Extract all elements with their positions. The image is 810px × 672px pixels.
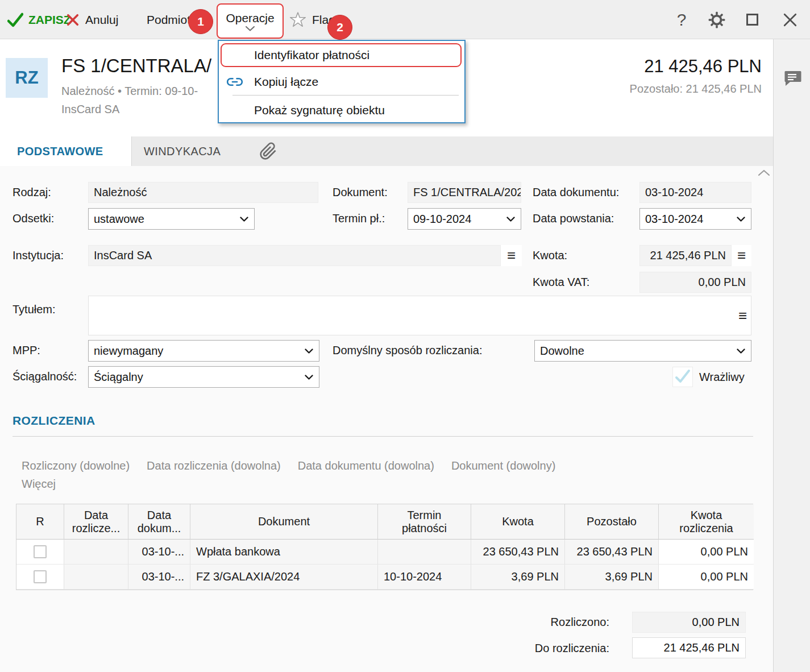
instytucja-menu-icon[interactable]: ≡ bbox=[501, 245, 522, 266]
menu-item-pokaz-sygnature[interactable]: Pokaż sygnaturę obiektu bbox=[219, 99, 464, 122]
table-row-1-pozostalo: 23 650,43 PLN bbox=[565, 540, 659, 565]
rozliczono-label: Rozliczono: bbox=[462, 616, 609, 629]
wrazliwy-label: Wrażliwy bbox=[699, 367, 745, 388]
instytucja-field: InsCard SA bbox=[88, 245, 501, 266]
entity-button[interactable]: Podmiot bbox=[147, 0, 190, 39]
do-rozliczenia-label: Do rozliczenia: bbox=[462, 642, 609, 655]
row-checkbox[interactable] bbox=[34, 545, 47, 558]
table-row-1-kwota-rozliczenia[interactable]: 0,00 PLN bbox=[659, 540, 754, 565]
filter-dokument[interactable]: Dokument (dowolny) bbox=[451, 459, 555, 472]
data-dokumentu-field: 03-10-2024 bbox=[639, 182, 751, 203]
gear-icon[interactable] bbox=[707, 0, 726, 39]
scrollbar-up-icon[interactable] bbox=[758, 169, 770, 176]
row-checkbox[interactable] bbox=[34, 570, 47, 583]
menu-divider bbox=[232, 95, 459, 96]
col-header-data-rozliczenia[interactable]: Data rozlicze... bbox=[64, 504, 128, 540]
tab-windykacja[interactable]: WINDYKACJA bbox=[144, 136, 221, 166]
table-row-2-kwota-rozliczenia[interactable]: 0,00 PLN bbox=[659, 565, 754, 590]
data-dokumentu-label: Data dokumentu: bbox=[533, 182, 619, 203]
settlements-table: R Data rozlicze... Data dokum... Dokumen… bbox=[16, 504, 753, 590]
toolbar: ZAPISZ Anuluj Podmiot Flaga ? bbox=[0, 0, 810, 39]
cancel-button[interactable]: Anuluj bbox=[85, 0, 118, 39]
col-header-kwota-rozliczenia[interactable]: Kwota rozliczenia bbox=[659, 504, 754, 540]
table-row-2-termin: 10-10-2024 bbox=[378, 565, 471, 590]
chevron-down-icon bbox=[240, 217, 248, 222]
rozliczono-field: 0,00 PLN bbox=[632, 612, 746, 633]
odsetki-label: Odsetki: bbox=[13, 208, 54, 229]
data-powstania-label: Data powstania: bbox=[533, 208, 614, 229]
dokument-label: Dokument: bbox=[333, 182, 388, 203]
comments-icon[interactable] bbox=[783, 69, 803, 88]
star-icon[interactable] bbox=[289, 0, 307, 39]
rodzaj-label: Rodzaj: bbox=[13, 182, 51, 203]
rozliczenia-heading: ROZLICZENIA bbox=[13, 414, 95, 428]
header-amount: 21 425,46 PLN bbox=[477, 56, 762, 77]
table-row-1-kwota: 23 650,43 PLN bbox=[471, 540, 565, 565]
cancel-x-icon[interactable] bbox=[66, 0, 80, 39]
close-icon[interactable] bbox=[782, 0, 798, 39]
tytulem-textarea[interactable] bbox=[88, 296, 751, 335]
chevron-down-icon bbox=[246, 26, 255, 31]
table-row-2-kwota: 3,69 PLN bbox=[471, 565, 565, 590]
settlements-filters: Rozliczony (dowolne) Data rozliczenia (d… bbox=[22, 459, 555, 472]
table-row-2-data-dokumentu: 03-10-... bbox=[128, 565, 190, 590]
col-header-data-dokumentu[interactable]: Data dokum... bbox=[128, 504, 190, 540]
save-check-icon[interactable] bbox=[7, 0, 23, 39]
annotation-step-2: 2 bbox=[327, 15, 352, 40]
section-divider bbox=[13, 436, 753, 437]
rodzaj-field: Należność bbox=[88, 182, 318, 203]
termin-label: Termin pł.: bbox=[333, 208, 385, 229]
odsetki-select[interactable]: ustawowe bbox=[88, 208, 255, 230]
sposob-rozliczania-select[interactable]: Dowolne bbox=[534, 340, 751, 362]
termin-select[interactable]: 09-10-2024 bbox=[408, 208, 521, 230]
col-header-termin[interactable]: Termin płatności bbox=[378, 504, 471, 540]
col-header-pozostalo[interactable]: Pozostało bbox=[565, 504, 659, 540]
operations-button[interactable]: Operacje bbox=[217, 3, 284, 39]
col-header-r[interactable]: R bbox=[16, 504, 64, 540]
table-row-2-pozostalo: 3,69 PLN bbox=[565, 565, 659, 590]
chevron-down-icon bbox=[305, 375, 313, 380]
payment-document-window: ZAPISZ Anuluj Podmiot Flaga ? bbox=[0, 0, 810, 672]
col-header-kwota[interactable]: Kwota bbox=[471, 504, 565, 540]
tab-bar: PODSTAWOWE WINDYKACJA bbox=[0, 136, 773, 166]
chevron-down-icon bbox=[737, 217, 745, 222]
kwota-menu-icon[interactable]: ≡ bbox=[732, 245, 751, 266]
table-row-1-data-rozliczenia bbox=[64, 540, 128, 565]
document-type-badge: RZ bbox=[6, 58, 48, 98]
tytulem-label: Tytułem: bbox=[13, 299, 56, 320]
instytucja-label: Instytucja: bbox=[13, 245, 64, 266]
wrazliwy-checkbox[interactable] bbox=[672, 367, 693, 387]
sciagalnosc-select[interactable]: Ściągalny bbox=[88, 366, 319, 388]
kwota-label: Kwota: bbox=[533, 245, 567, 266]
filter-rozliczony[interactable]: Rozliczony (dowolne) bbox=[22, 459, 130, 472]
table-row-2-checkbox-cell[interactable] bbox=[16, 565, 64, 590]
sciagalnosc-label: Ściągalność: bbox=[13, 366, 77, 387]
table-row-1-termin bbox=[378, 540, 471, 565]
mpp-select[interactable]: niewymagany bbox=[88, 340, 319, 362]
col-header-dokument[interactable]: Dokument bbox=[190, 504, 378, 540]
tytulem-menu-icon[interactable]: ≡ bbox=[732, 305, 753, 326]
attachments-paperclip-icon[interactable] bbox=[259, 142, 277, 160]
save-button[interactable]: ZAPISZ bbox=[28, 0, 71, 39]
chevron-down-icon bbox=[305, 349, 313, 354]
filter-more[interactable]: Więcej bbox=[22, 478, 56, 491]
right-sidebar bbox=[773, 39, 810, 672]
table-row-1-checkbox-cell[interactable] bbox=[16, 540, 64, 565]
maximize-icon[interactable] bbox=[745, 0, 759, 39]
mpp-label: MPP: bbox=[13, 340, 40, 361]
document-subtitle: Należność • Termin: 09-10- bbox=[61, 85, 198, 98]
data-powstania-select[interactable]: 03-10-2024 bbox=[639, 208, 751, 230]
filter-data-rozliczenia[interactable]: Data rozliczenia (dowolna) bbox=[147, 459, 281, 472]
filter-data-dokumentu[interactable]: Data dokumentu (dowolna) bbox=[298, 459, 434, 472]
help-icon[interactable]: ? bbox=[673, 0, 690, 39]
menu-item-kopiuj-lacze[interactable]: Kopiuj łącze bbox=[219, 70, 464, 93]
page-title: FS 1/CENTRALA/ bbox=[61, 55, 211, 77]
tab-podstawowe[interactable]: PODSTAWOWE bbox=[0, 136, 132, 166]
annotation-step-1: 1 bbox=[188, 9, 213, 34]
check-icon bbox=[674, 368, 691, 385]
document-company: InsCard SA bbox=[61, 103, 119, 116]
kwota-vat-field: 0,00 PLN bbox=[639, 272, 751, 293]
dokument-field: FS 1/CENTRALA/202 bbox=[408, 182, 521, 203]
table-row-1-data-dokumentu: 03-10-... bbox=[128, 540, 190, 565]
annotation-highlight-rect bbox=[221, 43, 462, 67]
